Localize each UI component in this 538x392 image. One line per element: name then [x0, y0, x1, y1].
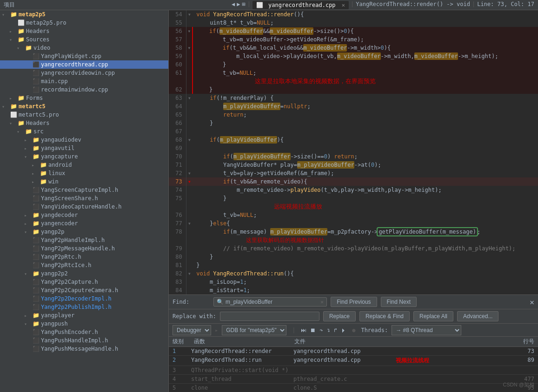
fold-56[interactable]: ▾: [186, 27, 193, 35]
expand-icon: ▸: [32, 163, 39, 168]
fold-63[interactable]: ▾: [186, 94, 193, 102]
breadcrumb-fn: YangRecordThread::render() -> void: [356, 1, 470, 7]
h-icon: ⬛: [32, 195, 40, 202]
debug-step-over-btn[interactable]: ↷: [319, 327, 323, 333]
expand-icon: ▾: [17, 46, 24, 51]
file-yangrecordthread[interactable]: ⬛ yangrecordthread.cpp: [0, 60, 168, 69]
folder-yangavutil[interactable]: ▸ 📁 yangavutil: [0, 144, 168, 152]
file-yangpushencoder[interactable]: ⬛ YangPushEncoder.h: [0, 328, 168, 336]
code-line-83: 83 m_isLoop=1;: [169, 278, 538, 286]
folder-headers-1[interactable]: ▸ 📁 Headers: [0, 27, 168, 35]
replace-button[interactable]: Replace: [323, 311, 356, 321]
fold-77[interactable]: ▾: [186, 219, 193, 228]
replace-find-button[interactable]: Replace & Find: [359, 311, 410, 321]
folder-headers-2[interactable]: ▾ 📁 Headers: [0, 119, 168, 127]
fold-68[interactable]: ▾: [186, 136, 193, 144]
file-yangp2phandleimpl[interactable]: ⬛ YangP2pHandleImpl.h: [0, 236, 168, 244]
expand-icon: ▸: [24, 137, 32, 143]
gdb-select[interactable]: GDB for "metap2p5": [222, 325, 286, 335]
code-line-66: 66 }: [169, 119, 538, 127]
toolbar-nav-back[interactable]: ◀: [232, 1, 235, 9]
file-yangscreenshare[interactable]: ⬛ YangScreenShare.h: [0, 194, 168, 203]
toolbar-filter[interactable]: ⊞: [242, 1, 245, 9]
callstack-row-4[interactable]: 4 start_thread pthread_create.c 477: [169, 375, 538, 384]
callstack-row-1[interactable]: 1 YangRecordThread::render yangrecordthr…: [169, 347, 538, 356]
debug-stop-btn[interactable]: ⏹: [310, 327, 316, 333]
folder-yangencoder[interactable]: ▸ 📁 yangencoder: [0, 219, 168, 228]
folder-forms[interactable]: ▸ 📁 Forms: [0, 94, 168, 102]
code-line-54: 54 ▾ void YangRecordThread::render(){: [169, 10, 538, 19]
file-yangscreencaptureimpl[interactable]: ⬛ YangScreenCaptureImpl.h: [0, 186, 168, 194]
h-icon: ⬛: [32, 254, 40, 260]
folder-sources[interactable]: ▾ 📁 Sources: [0, 35, 168, 44]
folder-yangpush[interactable]: ▾ 📁 yangpush: [0, 320, 168, 328]
thread-select[interactable]: → #8 QThread: [392, 325, 461, 335]
file-yangpushhandle[interactable]: ⬛ YangPushHandleImpl.h: [0, 336, 168, 345]
file-recordmainwindow[interactable]: ⬛ recordmainwindow.cpp: [0, 85, 168, 94]
clear-search-icon[interactable]: ✕: [320, 299, 324, 305]
advanced-button[interactable]: Advanced...: [457, 311, 498, 321]
folder-yangp2p2[interactable]: ▾ 📁 yangp2p2: [0, 269, 168, 278]
folder-yangdecoder[interactable]: ▸ 📁 yangdecoder: [0, 211, 168, 219]
pro-file-metap2p5[interactable]: ⬜ metap2p5.pro: [0, 19, 168, 27]
fold-73[interactable]: ▾: [186, 177, 193, 186]
debugger-select[interactable]: Debugger: [173, 325, 211, 335]
code-line-84: 84 m_isStart=1;: [169, 286, 538, 294]
code-editor[interactable]: 54 ▾ void YangRecordThread::render(){ 55…: [169, 10, 538, 294]
replace-all-button[interactable]: Replace All: [413, 311, 453, 321]
file-yangp2pmessagehandle[interactable]: ⬛ YangP2pMessageHandle.h: [0, 244, 168, 253]
folder-label: android: [48, 162, 72, 168]
fold-72[interactable]: ▾: [186, 169, 193, 177]
callstack-row-5[interactable]: 5 clone clone.S 95: [169, 384, 538, 392]
h-icon: ⬛: [32, 203, 40, 210]
folder-win[interactable]: ▸ 📁 win: [0, 177, 168, 186]
find-next-button[interactable]: Find Next: [381, 297, 417, 307]
file-yangplaywidget[interactable]: ⬛ YangPlayWidget.cpp: [0, 52, 168, 60]
code-line-61: 61 t_vb=NULL; 这里是拉取本地采集的视频数据，在界面预览: [169, 69, 538, 85]
debug-step-in-btn[interactable]: ↴: [327, 327, 330, 333]
file-yangrecordvideowin[interactable]: ⬛ yangrecordvideowin.cpp: [0, 69, 168, 77]
file-yangvideocapturehandle[interactable]: ⬛ YangVideoCaptureHandle.h: [0, 203, 168, 211]
folder-yangaudiodev[interactable]: ▸ 📁 yangaudiodev: [0, 136, 168, 144]
project-metartc5[interactable]: ▾ 📁 metartc5: [0, 102, 168, 111]
callstack-row-2[interactable]: 2 YangRecordThread::run yangrecordthread…: [169, 356, 538, 366]
fold-54[interactable]: ▾: [186, 10, 193, 19]
file-yangp2p2caputrecamera[interactable]: ⬛ YangP2p2CaputreCamera.h: [0, 286, 168, 294]
file-yangp2p2decoderimpl[interactable]: ⬛ YangP2p2DecoderImpl.h: [0, 294, 168, 303]
folder-android[interactable]: ▸ 📁 android: [0, 161, 168, 169]
expand-icon: ▸: [9, 96, 17, 101]
folder-src[interactable]: ▾ 📁 src: [0, 127, 168, 136]
file-yangp2p2capture[interactable]: ⬛ YangP2p2Capture.h: [0, 278, 168, 286]
folder-yangcapture[interactable]: ▾ 📁 yangcapture: [0, 152, 168, 161]
find-input[interactable]: [226, 299, 319, 305]
folder-label: linux: [48, 170, 65, 176]
folder-linux[interactable]: ▸ 📁 linux: [0, 169, 168, 177]
folder-yangplayer[interactable]: ▸ 📁 yangplayer: [0, 311, 168, 320]
folder-label: yangencoder: [41, 220, 78, 227]
h-icon: ⬛: [32, 295, 40, 302]
file-yangpushmessage[interactable]: ⬛ YangPushMessageHandle.h: [0, 345, 168, 353]
project-metap2p5[interactable]: ▾ 📁 metap2p5: [0, 10, 168, 19]
file-yangp2p2publishimpl[interactable]: ⬛ YangP2p2PublishImpl.h: [0, 303, 168, 311]
replace-input[interactable]: [223, 313, 316, 320]
code-line-58: 58 ▾ if(t_vb&&m_local_video&&m_videoBuff…: [169, 44, 538, 52]
debug-run-cursor-btn[interactable]: ⏵: [341, 327, 346, 333]
file-tab-close[interactable]: ✕: [342, 2, 345, 8]
toolbar-nav-fwd[interactable]: ▶: [237, 1, 240, 9]
folder-yangp2p[interactable]: ▾ 📁 yangp2p: [0, 228, 168, 236]
debug-step-out-btn[interactable]: ↱: [334, 327, 337, 333]
file-main[interactable]: ⬛ main.cpp: [0, 77, 168, 85]
fold-82[interactable]: ▾: [186, 269, 193, 278]
expand-icon: ▾: [24, 154, 32, 159]
find-prev-button[interactable]: Find Previous: [331, 297, 377, 307]
fold-58[interactable]: ▾: [186, 44, 193, 52]
callstack-row-3[interactable]: 3 QThreadPrivate::start(void *): [169, 366, 538, 375]
folder-video[interactable]: ▾ 📁 video: [0, 44, 168, 52]
file-yangp2prtc[interactable]: ⬛ YangP2pRtc.h: [0, 253, 168, 261]
find-close-button[interactable]: ✕: [530, 298, 534, 307]
file-tab[interactable]: ⬜ yangrecordthread.cpp ✕: [252, 1, 349, 9]
editor-area: 54 ▾ void YangRecordThread::render(){ 55…: [169, 10, 538, 392]
file-yangp2prtcice[interactable]: ⬛ YangP2pRtcIce.h: [0, 261, 168, 269]
debug-continue-btn[interactable]: ⏭: [301, 327, 306, 333]
pro-file-metartc5[interactable]: ⬜ metartc5.pro: [0, 111, 168, 119]
